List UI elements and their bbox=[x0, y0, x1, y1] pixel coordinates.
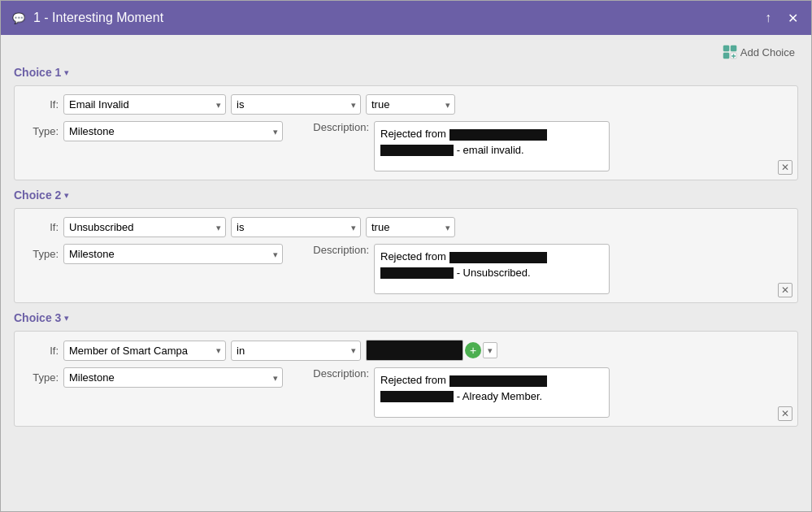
add-choice-label: Add Choice bbox=[740, 46, 795, 59]
choice-2-val-select[interactable]: true bbox=[366, 217, 455, 237]
choice-2-desc-group: Description: Rejected from - Unsubscribe… bbox=[296, 244, 610, 294]
choice-2-header: Choice 2 ▾ bbox=[14, 189, 798, 202]
choice-1-desc-prefix: Rejected from bbox=[380, 128, 446, 140]
svg-rect-1 bbox=[731, 46, 736, 51]
choice-3-caret[interactable]: ▾ bbox=[64, 313, 69, 323]
choice-1-desc-content[interactable]: Rejected from - email invalid. bbox=[374, 121, 610, 171]
choice-3-add-value-button[interactable]: + bbox=[465, 342, 481, 358]
choice-2-if-row: If: Unsubscribed is true bbox=[26, 217, 786, 237]
choice-3-if-row: If: Member of Smart Campa in + bbox=[26, 340, 786, 361]
choice-1-header: Choice 1 ▾ bbox=[14, 66, 798, 79]
choice-2-section: Choice 2 ▾ If: Unsubscribed is bbox=[14, 189, 798, 303]
choice-3-desc-content[interactable]: Rejected from - Already Member. bbox=[374, 367, 610, 418]
title-bar-left: 💬 1 - Interesting Moment bbox=[11, 10, 163, 26]
choice-3-desc-group: Description: Rejected from - Already Mem… bbox=[296, 367, 610, 418]
choice-1-val-select[interactable]: true bbox=[366, 94, 455, 115]
choice-2-caret[interactable]: ▾ bbox=[64, 190, 69, 201]
choice-1-type-row: Type: Milestone Description: Rejected fr… bbox=[26, 121, 786, 171]
choice-2-delete-button[interactable]: ✕ bbox=[778, 283, 792, 297]
choice-2-val-wrapper: true bbox=[366, 217, 455, 237]
choice-3-label: Choice 3 bbox=[14, 311, 61, 324]
close-button[interactable]: ✕ bbox=[784, 9, 801, 27]
choice-3-val-group: + ▾ bbox=[366, 340, 497, 361]
choice-1-val-wrapper: true bbox=[366, 94, 455, 115]
window-icon: 💬 bbox=[11, 10, 27, 26]
desc-label-3: Description: bbox=[296, 367, 369, 380]
if-label-3: If: bbox=[26, 345, 59, 357]
svg-rect-2 bbox=[723, 53, 729, 59]
choice-3-section: Choice 3 ▾ If: Member of Smart Campa in bbox=[14, 311, 798, 427]
choice-1-desc-group: Description: Rejected from - email inval… bbox=[296, 121, 610, 171]
choice-3-type-wrapper: Milestone bbox=[63, 367, 283, 388]
choice-2-desc-content[interactable]: Rejected from - Unsubscribed. bbox=[374, 244, 610, 294]
choice-1-type-wrapper: Milestone bbox=[63, 121, 283, 141]
choice-2-type-group: Type: Milestone bbox=[26, 244, 283, 264]
choice-3-val-caret-button[interactable]: ▾ bbox=[483, 342, 497, 358]
choice-3-body: If: Member of Smart Campa in + bbox=[14, 331, 798, 427]
choice-3-if-wrapper: Member of Smart Campa bbox=[63, 341, 226, 361]
choice-3-op-wrapper: in bbox=[231, 341, 361, 361]
choice-1-if-wrapper: Email Invalid bbox=[63, 94, 226, 115]
choice-2-type-select[interactable]: Milestone bbox=[63, 244, 283, 264]
add-choice-row: Add Choice bbox=[14, 43, 798, 61]
choice-3-delete-button[interactable]: ✕ bbox=[778, 406, 792, 421]
choice-1-redacted-2 bbox=[380, 145, 454, 156]
choice-1-op-select[interactable]: is bbox=[231, 94, 361, 115]
choice-2-label: Choice 2 bbox=[14, 189, 61, 202]
choice-2-if-select[interactable]: Unsubscribed bbox=[63, 217, 226, 237]
choice-3-header: Choice 3 ▾ bbox=[14, 311, 798, 324]
choice-3-type-select[interactable]: Milestone bbox=[63, 367, 283, 388]
choice-2-if-wrapper: Unsubscribed bbox=[63, 217, 226, 237]
if-label-2: If: bbox=[26, 221, 59, 233]
content-area: Add Choice Choice 1 ▾ If: Email Invalid bbox=[1, 35, 811, 511]
main-window: 💬 1 - Interesting Moment ↑ ✕ Add Choice bbox=[0, 0, 812, 512]
choice-3-redacted-1 bbox=[449, 375, 547, 387]
choice-2-desc-prefix: Rejected from bbox=[380, 250, 446, 263]
choice-3-desc-prefix: Rejected from bbox=[380, 374, 446, 386]
choice-1-if-select[interactable]: Email Invalid bbox=[63, 94, 226, 115]
choice-1-section: Choice 1 ▾ If: Email Invalid is bbox=[14, 66, 798, 180]
choice-3-if-select[interactable]: Member of Smart Campa bbox=[63, 341, 226, 361]
type-label-2: Type: bbox=[26, 248, 59, 260]
add-choice-button[interactable]: Add Choice bbox=[719, 43, 798, 61]
choice-3-op-select[interactable]: in bbox=[231, 341, 361, 361]
choice-1-type-group: Type: Milestone bbox=[26, 121, 283, 141]
window-title: 1 - Interesting Moment bbox=[33, 11, 163, 25]
choice-2-type-row: Type: Milestone Description: Rejected fr… bbox=[26, 244, 786, 294]
choice-3-desc-suffix: - Already Member. bbox=[457, 390, 543, 402]
choice-1-op-wrapper: is bbox=[231, 94, 361, 115]
desc-label-2: Description: bbox=[296, 244, 369, 256]
add-choice-icon bbox=[723, 45, 737, 59]
type-label-3: Type: bbox=[26, 371, 59, 384]
choice-3-redacted-2 bbox=[380, 391, 454, 402]
choice-1-body: If: Email Invalid is true bbox=[14, 85, 798, 180]
choice-2-desc-suffix: - Unsubscribed. bbox=[457, 267, 531, 279]
choice-1-desc-suffix: - email invalid. bbox=[457, 144, 524, 156]
choice-2-redacted-1 bbox=[449, 252, 547, 263]
choice-1-caret[interactable]: ▾ bbox=[64, 67, 69, 78]
choice-3-type-group: Type: Milestone bbox=[26, 367, 283, 388]
choice-2-op-wrapper: is bbox=[231, 217, 361, 237]
choice-1-delete-button[interactable]: ✕ bbox=[778, 160, 792, 175]
choice-3-type-row: Type: Milestone Description: Rejected fr… bbox=[26, 367, 786, 418]
type-label-1: Type: bbox=[26, 125, 59, 137]
if-label-1: If: bbox=[26, 98, 59, 111]
choice-3-val-redacted bbox=[366, 340, 463, 361]
title-bar-controls: ↑ ✕ bbox=[759, 9, 801, 27]
title-bar: 💬 1 - Interesting Moment ↑ ✕ bbox=[1, 1, 811, 35]
choice-1-type-select[interactable]: Milestone bbox=[63, 121, 283, 141]
choice-2-body: If: Unsubscribed is true bbox=[14, 208, 798, 303]
choice-2-type-wrapper: Milestone bbox=[63, 244, 283, 264]
choice-1-redacted-1 bbox=[449, 129, 547, 141]
choice-2-op-select[interactable]: is bbox=[231, 217, 361, 237]
desc-label-1: Description: bbox=[296, 121, 369, 133]
choice-1-label: Choice 1 bbox=[14, 66, 61, 79]
up-button[interactable]: ↑ bbox=[759, 9, 777, 27]
svg-rect-0 bbox=[723, 46, 729, 51]
choice-1-if-row: If: Email Invalid is true bbox=[26, 94, 786, 115]
choice-2-redacted-2 bbox=[380, 267, 454, 279]
